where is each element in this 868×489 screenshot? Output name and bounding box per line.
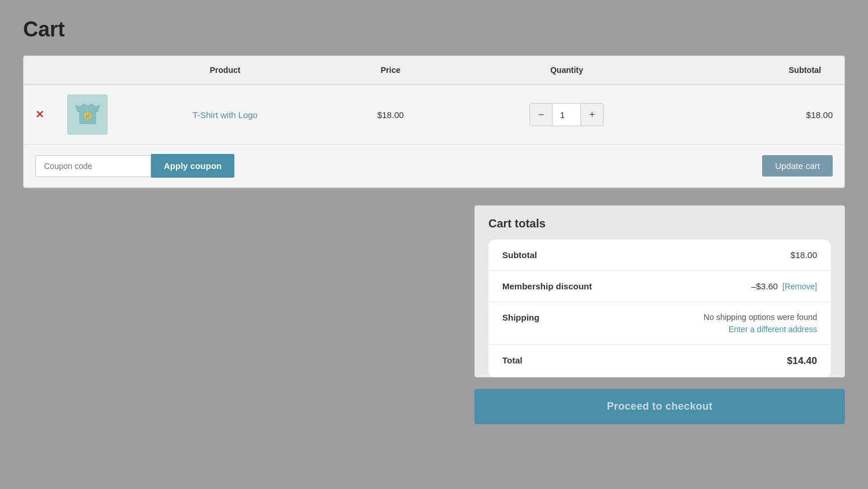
quantity-decrease-button[interactable]: −: [530, 104, 552, 126]
svg-point-3: [88, 114, 89, 115]
quantity-input[interactable]: [552, 104, 581, 126]
total-row: Total $14.40: [488, 345, 831, 377]
total-value: $14.40: [787, 355, 817, 367]
proceed-to-checkout-button[interactable]: Proceed to checkout: [475, 389, 845, 424]
col-header-product: [24, 56, 119, 84]
membership-label: Membership discount: [502, 281, 618, 291]
col-header-product-label: Product: [119, 56, 331, 84]
svg-point-1: [84, 112, 91, 119]
cart-totals-section: Cart totals Subtotal $18.00 Membership d…: [23, 205, 845, 377]
cart-totals-title: Cart totals: [488, 217, 831, 230]
no-shipping-options-text: No shipping options were found: [704, 312, 817, 322]
product-image-cell: [56, 84, 119, 145]
col-header-quantity: Quantity: [450, 56, 683, 84]
col-header-subtotal: Subtotal: [683, 56, 844, 84]
product-price-cell: $18.00: [331, 84, 450, 145]
product-name-link[interactable]: T-Shirt with Logo: [193, 110, 258, 120]
shipping-info: No shipping options were found Enter a d…: [704, 312, 817, 334]
table-row: ✕: [24, 84, 844, 145]
coupon-update-area: Apply coupon Update cart: [35, 154, 833, 178]
page-title: Cart: [23, 17, 845, 42]
membership-discount-row: Membership discount –$3.60 [Remove]: [488, 271, 831, 302]
enter-address-link[interactable]: Enter a different address: [729, 325, 817, 334]
checkout-section: Proceed to checkout: [23, 389, 845, 424]
cart-table: Product Price Quantity Subtotal ✕: [24, 56, 844, 187]
subtotal-label: Subtotal: [502, 250, 618, 260]
membership-value-area: –$3.60 [Remove]: [751, 281, 817, 291]
subtotal-value: $18.00: [790, 250, 817, 260]
cart-totals-box: Cart totals Subtotal $18.00 Membership d…: [475, 205, 845, 377]
remove-discount-link[interactable]: [Remove]: [782, 282, 817, 291]
coupon-row: Apply coupon Update cart: [24, 145, 844, 187]
coupon-input[interactable]: [35, 155, 151, 177]
product-name-cell: T-Shirt with Logo: [119, 84, 331, 145]
quantity-control: − +: [529, 103, 604, 126]
coupon-area: Apply coupon: [35, 154, 234, 178]
remove-cell: ✕: [24, 84, 56, 145]
quantity-cell: − +: [450, 84, 683, 145]
total-label: Total: [502, 355, 618, 365]
apply-coupon-button[interactable]: Apply coupon: [151, 154, 234, 178]
shipping-row: Shipping No shipping options were found …: [488, 302, 831, 345]
product-subtotal-cell: $18.00: [683, 84, 844, 145]
col-header-price: Price: [331, 56, 450, 84]
subtotal-row: Subtotal $18.00: [488, 240, 831, 271]
tshirt-icon: [72, 99, 104, 131]
coupon-cell: Apply coupon Update cart: [24, 145, 844, 187]
membership-discount-amount: –$3.60: [751, 281, 778, 291]
svg-point-2: [86, 114, 87, 115]
remove-item-button[interactable]: ✕: [35, 109, 44, 120]
shipping-label: Shipping: [502, 312, 618, 322]
quantity-increase-button[interactable]: +: [581, 104, 603, 126]
product-thumbnail: [67, 94, 108, 135]
update-cart-button[interactable]: Update cart: [762, 155, 833, 177]
cart-table-wrapper: Product Price Quantity Subtotal ✕: [23, 56, 845, 188]
totals-card: Subtotal $18.00 Membership discount –$3.…: [488, 240, 831, 377]
